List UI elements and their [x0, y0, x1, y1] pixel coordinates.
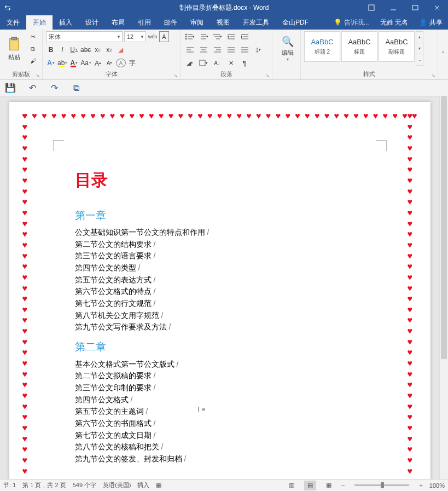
- status-words[interactable]: 549 个字: [73, 481, 96, 489]
- zoom-in-icon[interactable]: +: [419, 482, 422, 489]
- italic-button[interactable]: I: [57, 44, 67, 55]
- numbering-button[interactable]: ▾: [197, 31, 210, 42]
- save-icon[interactable]: 💾: [4, 82, 16, 94]
- superscript-button[interactable]: x2: [104, 44, 114, 55]
- vertical-scrollbar[interactable]: [439, 96, 448, 479]
- status-mode[interactable]: 插入: [137, 481, 149, 489]
- zoom-slider[interactable]: [354, 484, 409, 486]
- underline-button[interactable]: U▾: [69, 44, 79, 55]
- paste-button[interactable]: 粘贴: [3, 31, 25, 66]
- doc-title[interactable]: 目录: [75, 167, 381, 193]
- print-layout-icon[interactable]: ▤: [304, 481, 316, 490]
- toc-line[interactable]: 第六节公文的书面格式/: [75, 418, 381, 430]
- styles-more[interactable]: ▴▾⌄: [416, 31, 423, 66]
- highlight-button[interactable]: ab▾: [57, 57, 67, 68]
- share-button[interactable]: 👤共享: [414, 15, 448, 30]
- strike-button[interactable]: abc: [80, 44, 91, 55]
- status-page[interactable]: 第 1 页，共 2 页: [22, 481, 66, 489]
- web-layout-icon[interactable]: ▦: [323, 481, 335, 490]
- tab-8[interactable]: 视图: [210, 15, 236, 30]
- toc-line[interactable]: 公文基础知识第一节公文的特点和作用/: [75, 227, 381, 239]
- tab-6[interactable]: 邮件: [158, 15, 184, 30]
- toc-line[interactable]: 第六节公文格式的特点/: [75, 286, 381, 298]
- tab-1[interactable]: 开始: [26, 15, 53, 30]
- copy-icon[interactable]: ⧉: [27, 43, 38, 54]
- toc-line[interactable]: 第九节公文写作要求及方法/: [75, 321, 381, 333]
- cut-icon[interactable]: ✂: [27, 31, 38, 42]
- style-item[interactable]: AaBbC标题 2: [304, 31, 340, 62]
- toc-line[interactable]: 第三节公文的语言要求/: [75, 250, 381, 262]
- toc-line[interactable]: 第四节公文的类型/: [75, 262, 381, 274]
- zoom-level[interactable]: 100%: [429, 482, 445, 489]
- align-center-icon[interactable]: [197, 44, 210, 55]
- phonetic-guide-icon[interactable]: wén: [148, 31, 158, 42]
- tab-2[interactable]: 插入: [53, 15, 79, 30]
- grow-font-icon[interactable]: A▴: [93, 57, 103, 68]
- toc-line[interactable]: 第五节公文的主题词/: [75, 406, 381, 418]
- toc-line[interactable]: 第八节公文的核稿和把关/: [75, 441, 381, 453]
- chapter-heading[interactable]: 第二章: [75, 339, 381, 355]
- tab-0[interactable]: 文件: [0, 15, 26, 30]
- enclose-char-icon[interactable]: A: [116, 59, 126, 67]
- zoom-out-icon[interactable]: −: [341, 482, 345, 489]
- distribute-icon[interactable]: [238, 44, 251, 55]
- read-mode-icon[interactable]: ▥: [286, 481, 298, 490]
- clipboard-dialog-icon[interactable]: ↘: [36, 73, 40, 78]
- toc-line[interactable]: 第二节公文的结构要求/: [75, 239, 381, 251]
- styles-dialog-icon[interactable]: ↘: [431, 73, 435, 78]
- toc-line[interactable]: 第二节公文拟稿的要求/: [75, 370, 381, 382]
- format-painter-icon[interactable]: 🖌: [27, 55, 38, 66]
- shrink-font-icon[interactable]: A▾: [104, 57, 114, 68]
- bold-button[interactable]: B: [46, 44, 56, 55]
- toc-line[interactable]: 第七节公文的行文规范/: [75, 298, 381, 310]
- sort-icon[interactable]: A↓: [211, 57, 223, 68]
- tab-10[interactable]: 金山PDF: [276, 15, 315, 30]
- toc-line[interactable]: 第八节机关公文用字规范/: [75, 310, 381, 322]
- clear-format-icon[interactable]: ◢: [115, 44, 125, 55]
- shading-button[interactable]: ◢▾: [184, 57, 196, 68]
- redo-icon[interactable]: ↷: [48, 82, 60, 94]
- toc-line[interactable]: 第三节公文印制的要求/: [75, 382, 381, 394]
- bullets-button[interactable]: ▾: [184, 31, 196, 42]
- tab-5[interactable]: 引用: [131, 15, 158, 30]
- increase-indent-icon[interactable]: [238, 31, 251, 42]
- font-dialog-icon[interactable]: ↘: [173, 73, 178, 78]
- tab-4[interactable]: 布局: [105, 15, 131, 30]
- chapter-heading[interactable]: 第一章: [75, 207, 381, 223]
- line-spacing-icon[interactable]: ‡▾: [252, 44, 264, 55]
- font-color-button[interactable]: A▾: [69, 57, 79, 68]
- user-name[interactable]: 无姓 无名: [375, 15, 414, 30]
- find-icon[interactable]: 🔍: [282, 36, 294, 48]
- align-right-icon[interactable]: [211, 44, 223, 55]
- show-marks-icon[interactable]: ¶: [238, 57, 251, 68]
- toc-line[interactable]: 第四节公文格式/: [75, 394, 381, 406]
- toc-line[interactable]: 第七节公文的成文日期/: [75, 430, 381, 442]
- char-shading-icon[interactable]: Aa▾: [80, 57, 91, 68]
- paragraph-dialog-icon[interactable]: ↘: [265, 73, 270, 78]
- decrease-indent-icon[interactable]: [225, 31, 237, 42]
- align-justify-icon[interactable]: [225, 44, 237, 55]
- status-lang[interactable]: 英语(美国): [103, 481, 131, 489]
- font-name-combo[interactable]: 宋体▼: [46, 31, 123, 42]
- tab-3[interactable]: 设计: [79, 15, 105, 30]
- minimize-icon[interactable]: [382, 0, 404, 15]
- macro-record-icon[interactable]: ▦: [156, 482, 161, 489]
- collapse-ribbon-icon[interactable]: ˄: [441, 51, 445, 59]
- maximize-icon[interactable]: [404, 0, 426, 15]
- undo-icon[interactable]: ↶: [26, 82, 38, 94]
- subscript-button[interactable]: x2: [92, 44, 102, 55]
- text-effects-button[interactable]: A▾: [46, 57, 56, 68]
- font-size-combo[interactable]: 12▼: [124, 31, 146, 42]
- tab-7[interactable]: 审阅: [184, 15, 210, 30]
- ribbon-display-icon[interactable]: [360, 0, 382, 15]
- toc-line[interactable]: 第九节公文的签发、封发和归档/: [75, 453, 381, 465]
- toc-line[interactable]: 第五节公文的表达方式/: [75, 274, 381, 286]
- snap-grid-icon[interactable]: ✕: [225, 57, 237, 68]
- change-case-icon[interactable]: 字: [127, 57, 137, 68]
- tell-me[interactable]: 💡告诉我...: [328, 15, 375, 30]
- toc-line[interactable]: 基本公文格式第一节公文版式/: [75, 359, 381, 371]
- close-icon[interactable]: [426, 0, 448, 15]
- tab-9[interactable]: 开发工具: [236, 15, 276, 30]
- multilevel-button[interactable]: ▾: [211, 31, 223, 42]
- borders-button[interactable]: ▾: [197, 57, 210, 68]
